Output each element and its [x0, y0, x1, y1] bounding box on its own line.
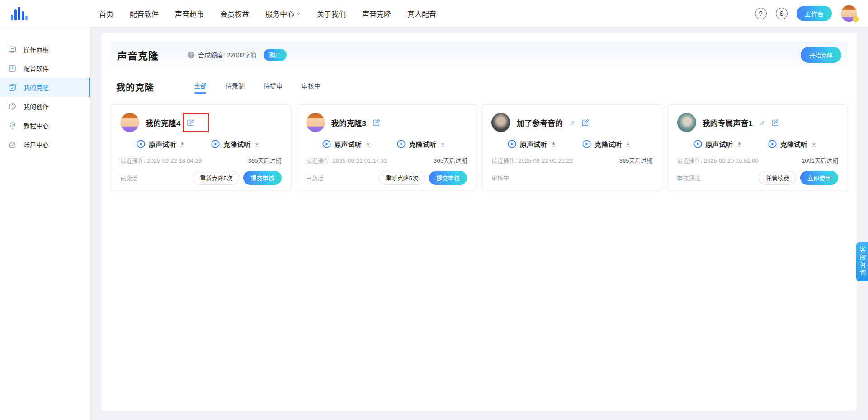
male-icon: ♂	[569, 119, 575, 127]
main-content: 声音克隆 ? 合成额度: 22002字符 购买 开始克隆 我的克隆 全部 待录制…	[90, 27, 868, 420]
nav-item-home[interactable]: 首页	[99, 8, 113, 19]
sidebar-item-my-creations[interactable]: 我的创作	[0, 97, 90, 116]
buy-button[interactable]: 购买	[264, 49, 287, 61]
last-operation: 最近操作: 2025-09-20 15:52:00	[677, 156, 759, 165]
play-icon[interactable]	[322, 140, 331, 148]
download-icon[interactable]	[254, 141, 260, 147]
sidebar-item-my-clones[interactable]: 我的克隆	[0, 78, 90, 97]
use-now-button[interactable]: 立即使用	[800, 171, 838, 185]
nav-item-about-us[interactable]: 关于我们	[317, 8, 346, 19]
my-clones-section-header: 我的克隆 全部 待录制 待提审 审核中	[116, 80, 848, 94]
tab-to-record[interactable]: 待录制	[226, 81, 245, 94]
edit-icon[interactable]	[771, 118, 779, 127]
clone-icon	[9, 84, 16, 91]
play-icon[interactable]	[137, 140, 145, 148]
section-title: 我的克隆	[116, 80, 154, 94]
sidebar-item-label: 操作面板	[24, 45, 49, 54]
account-icon	[9, 141, 16, 148]
nav-item-service-center[interactable]: 服务中心	[265, 8, 301, 19]
original-audio-label: 原声试听	[520, 139, 547, 149]
original-audio-item[interactable]: 原声试听	[322, 139, 392, 149]
chevron-down-icon	[297, 12, 301, 16]
play-icon[interactable]	[768, 140, 777, 148]
sidebar-item-label: 我的克隆	[24, 83, 49, 92]
voice-card: 加了参考音的 ♂ 原声试听	[482, 104, 662, 190]
nav-right-actions: ? S 工作台	[755, 5, 857, 22]
top-navigation: 首页 配音软件 声音超市 会员权益 服务中心 关于我们 声音克隆 真人配音 ? …	[0, 0, 868, 27]
play-icon[interactable]	[508, 140, 516, 148]
download-icon[interactable]	[551, 141, 557, 147]
sidebar-item-account-center[interactable]: 账户中心	[0, 135, 90, 154]
nav-item-voice-clone[interactable]: 声音克隆	[362, 8, 391, 19]
tab-in-review[interactable]: 审核中	[302, 81, 321, 94]
tab-to-submit[interactable]: 待提审	[264, 81, 283, 94]
sidebar-item-dubbing-software[interactable]: 配音软件	[0, 59, 90, 78]
sidebar-item-label: 账户中心	[24, 140, 49, 149]
voice-card: 我的专属声音1 ♂ 原声试听	[668, 104, 848, 190]
original-audio-item[interactable]: 原声试听	[693, 139, 764, 149]
info-icon[interactable]: ?	[188, 52, 194, 58]
clone-audio-label: 克隆试听	[780, 139, 807, 149]
user-avatar[interactable]	[841, 5, 857, 22]
content-panel: 声音克隆 ? 合成额度: 22002字符 购买 开始克隆 我的克隆 全部 待录制…	[102, 33, 857, 411]
download-icon[interactable]	[736, 141, 742, 147]
clone-audio-item[interactable]: 克隆试听	[768, 139, 838, 149]
original-audio-label: 原声试听	[335, 139, 362, 149]
customer-service-tab[interactable]: 客服咨询	[856, 242, 868, 281]
quota-label: 合成额度:	[198, 50, 225, 59]
nav-item-real-person-dubbing[interactable]: 真人配音	[407, 8, 436, 19]
play-icon[interactable]	[582, 140, 591, 148]
nav-item-voice-market[interactable]: 声音超市	[175, 8, 204, 19]
expire-text: 365天后过期	[619, 156, 653, 165]
play-icon[interactable]	[693, 140, 702, 148]
download-icon[interactable]	[365, 141, 371, 147]
software-icon	[9, 65, 16, 72]
edit-icon[interactable]	[581, 118, 590, 127]
status-text: 审核通过	[677, 174, 701, 182]
clone-audio-item[interactable]: 克隆试听	[582, 139, 652, 149]
start-clone-button[interactable]: 开始克隆	[801, 47, 841, 63]
workspace-button[interactable]: 工作台	[797, 6, 832, 21]
service-icon[interactable]: S	[776, 8, 788, 19]
play-icon[interactable]	[397, 140, 406, 148]
original-audio-label: 原声试听	[706, 139, 733, 149]
submit-review-button[interactable]: 提交审核	[429, 171, 467, 185]
voice-name: 我的克隆4	[146, 117, 180, 128]
play-icon[interactable]	[211, 140, 220, 148]
original-audio-item[interactable]: 原声试听	[508, 139, 578, 149]
tab-all[interactable]: 全部	[194, 81, 207, 94]
app-logo-icon[interactable]	[11, 7, 28, 20]
coin-badge-icon	[853, 16, 859, 22]
voice-avatar	[491, 113, 510, 132]
edit-icon[interactable]	[373, 118, 381, 127]
download-icon[interactable]	[179, 141, 185, 147]
clone-audio-item[interactable]: 克隆试听	[397, 139, 467, 149]
sidebar: 操作面板 配音软件 我的克隆 我的创作 教程中心 账户中心	[0, 27, 90, 420]
reclone-button[interactable]: 重新克隆5次	[193, 171, 239, 185]
nav-item-member-benefits[interactable]: 会员权益	[220, 8, 249, 19]
download-icon[interactable]	[811, 141, 817, 147]
male-icon: ♂	[759, 119, 765, 127]
voice-name: 加了参考音的	[517, 117, 563, 128]
download-icon[interactable]	[625, 141, 631, 147]
sidebar-item-dashboard[interactable]: 操作面板	[0, 40, 90, 59]
nav-item-dubbing-software[interactable]: 配音软件	[130, 8, 159, 19]
last-operation: 最近操作: 2025-09-22 01:21:22	[491, 156, 573, 165]
original-audio-item[interactable]: 原声试听	[137, 139, 207, 149]
expire-text: 1091天后过期	[802, 156, 838, 165]
edit-icon[interactable]	[187, 118, 195, 127]
voice-avatar	[120, 113, 139, 132]
last-operation: 最近操作: 2025-09-22 18:04:29	[120, 156, 202, 165]
submit-review-button[interactable]: 提交审核	[243, 171, 281, 185]
original-audio-label: 原声试听	[149, 139, 176, 149]
hosted-renewal-button[interactable]: 托管续费	[759, 171, 796, 185]
dashboard-icon	[9, 46, 16, 53]
voice-name: 我的专属声音1	[703, 117, 753, 128]
reclone-button[interactable]: 重新克隆5次	[379, 171, 425, 185]
main-nav: 首页 配音软件 声音超市 会员权益 服务中心 关于我们 声音克隆 真人配音	[99, 8, 436, 19]
help-icon[interactable]: ?	[755, 8, 767, 19]
last-operation: 最近操作: 2025-09-22 01:17:31	[306, 156, 387, 165]
clone-audio-item[interactable]: 克隆试听	[211, 139, 281, 149]
sidebar-item-tutorial-center[interactable]: 教程中心	[0, 116, 90, 135]
download-icon[interactable]	[440, 141, 446, 147]
